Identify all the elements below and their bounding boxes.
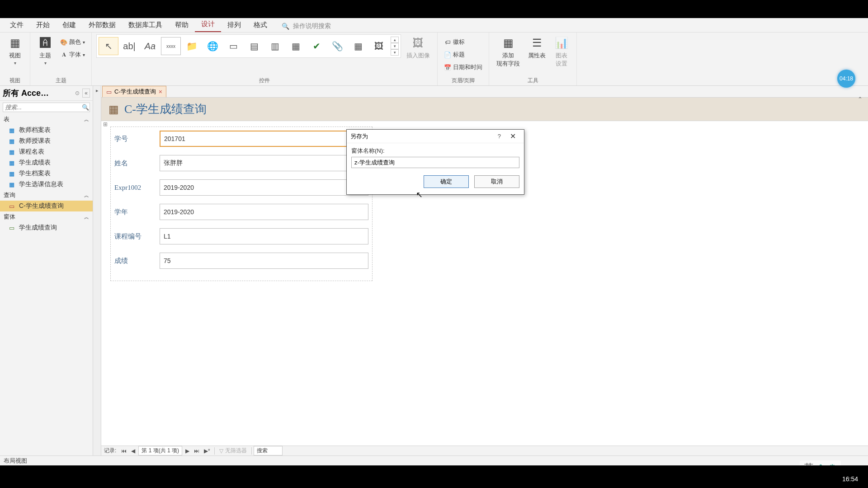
- themes-button[interactable]: 🅰 主题 ▾: [35, 34, 56, 66]
- logo-button[interactable]: 🏷徽标: [442, 37, 484, 47]
- doc-tab[interactable]: ▭ C-学生成绩查询 ×: [102, 86, 166, 97]
- control-subform-icon[interactable]: ▦: [286, 37, 306, 55]
- controls-gallery[interactable]: ↖ ab| Aa xxxx 📁 🌐 ▭ ▤ ▥ ▦ ✔ 📎 ▦ 🖼 ▴: [96, 34, 401, 58]
- field-value[interactable]: 2019-2020: [160, 179, 368, 196]
- no-filter-indicator: ▽无筛选器: [217, 447, 250, 455]
- table-icon: ▦: [8, 181, 15, 188]
- tab-help[interactable]: 帮助: [169, 18, 195, 32]
- control-navigation-icon[interactable]: ▭: [223, 37, 243, 55]
- property-sheet-button[interactable]: ☰ 属性表: [525, 34, 548, 61]
- tab-arrange[interactable]: 排列: [221, 18, 247, 32]
- tab-format[interactable]: 格式: [247, 18, 274, 32]
- gallery-more-icon[interactable]: ▾: [391, 49, 399, 56]
- tab-external[interactable]: 外部数据: [82, 18, 122, 32]
- ok-button[interactable]: 确定: [424, 175, 469, 188]
- nav-table-item[interactable]: ▦学生成绩表: [0, 157, 93, 168]
- field-value[interactable]: 75: [160, 253, 368, 269]
- nav-table-item[interactable]: ▦学生档案表: [0, 168, 93, 179]
- chart-icon: 📊: [554, 35, 569, 51]
- field-value[interactable]: L1: [160, 228, 368, 244]
- control-checkbox-icon[interactable]: ✔: [307, 37, 326, 55]
- title-label-btn: 标题: [453, 51, 465, 59]
- nav-table-item[interactable]: ▦教师授课表: [0, 136, 93, 146]
- nav-title-caret-icon[interactable]: ⊙: [75, 90, 80, 96]
- tab-dbtools[interactable]: 数据库工具: [122, 18, 169, 32]
- field-value[interactable]: 201701: [160, 131, 368, 147]
- gallery-up-icon[interactable]: ▴: [391, 37, 399, 43]
- group-view-label: 视图: [5, 76, 25, 85]
- query-icon: ▭: [8, 202, 15, 210]
- control-image-icon[interactable]: 🖼: [369, 37, 389, 55]
- field-value[interactable]: 2019-2020: [160, 204, 368, 220]
- nav-query-item[interactable]: ▭C-学生成绩查询: [0, 201, 93, 211]
- first-record-button[interactable]: ⏮: [119, 448, 129, 454]
- title-button[interactable]: 📄标题: [442, 50, 484, 60]
- prev-record-button[interactable]: ◀: [129, 448, 137, 454]
- nav-table-item[interactable]: ▦学生选课信息表: [0, 179, 93, 190]
- nav-form-item[interactable]: ▭学生成绩查询: [0, 222, 93, 233]
- control-tab-icon[interactable]: 📁: [182, 37, 202, 55]
- gallery-down-icon[interactable]: ▾: [391, 43, 399, 49]
- nav-title[interactable]: 所有 Acce…: [3, 88, 75, 99]
- image-icon: 🖼: [410, 35, 426, 51]
- control-combo-icon[interactable]: ▤: [244, 37, 264, 55]
- recording-timer-badge: 04:18: [837, 70, 855, 88]
- form-name-input[interactable]: [351, 157, 519, 168]
- form-detail: 学号201701姓名张胖胖Expr10022019-2020学年2019-202…: [110, 127, 373, 281]
- dialog-close-button[interactable]: ✕: [505, 132, 520, 141]
- tab-design[interactable]: 设计: [195, 17, 221, 32]
- last-record-button[interactable]: ⏭: [192, 448, 202, 454]
- section-selector-icon[interactable]: ⊞: [103, 121, 108, 127]
- dropdown-caret-icon: ▾: [83, 40, 85, 45]
- gallery-scroll[interactable]: ▴ ▾ ▾: [391, 37, 399, 56]
- record-search[interactable]: 搜索: [254, 446, 283, 455]
- add-field-button[interactable]: ▦ 添加 现有字段: [494, 34, 523, 69]
- cancel-button[interactable]: 取消: [474, 175, 519, 188]
- tell-me-search[interactable]: 🔍 操作说明搜索: [282, 20, 331, 32]
- control-pointer-icon[interactable]: ↖: [99, 37, 118, 55]
- nav-collapse-button[interactable]: «: [82, 89, 90, 98]
- ribbon-tabs: 文件 开始 创建 外部数据 数据库工具 帮助 设计 排列 格式 🔍 操作说明搜索: [0, 18, 868, 33]
- control-hyperlink-icon[interactable]: 🌐: [203, 37, 222, 55]
- control-textbox-icon[interactable]: ab|: [119, 37, 139, 55]
- datetime-button[interactable]: 📅日期和时间: [442, 62, 484, 72]
- next-record-button[interactable]: ▶: [183, 448, 192, 454]
- colors-button[interactable]: 🎨 颜色 ▾: [58, 37, 87, 47]
- close-tab-button[interactable]: ×: [159, 88, 162, 95]
- tab-home[interactable]: 开始: [30, 18, 56, 32]
- table-icon: ▦: [8, 170, 15, 177]
- tab-create[interactable]: 创建: [56, 18, 82, 32]
- filter-icon: ▽: [219, 448, 223, 454]
- nav-search[interactable]: 🔍: [3, 103, 90, 112]
- form-icon: ▭: [106, 89, 112, 95]
- search-icon: 🔍: [82, 104, 89, 111]
- group-controls: ↖ ab| Aa xxxx 📁 🌐 ▭ ▤ ▥ ▦ ✔ 📎 ▦ 🖼 ▴: [92, 33, 438, 85]
- control-chart-icon[interactable]: ▦: [348, 37, 368, 55]
- control-label-icon[interactable]: Aa: [140, 37, 160, 55]
- status-bar: 布局视图: [0, 455, 868, 465]
- fonts-button[interactable]: 𝐀 字体 ▾: [58, 50, 87, 60]
- dialog-help-button[interactable]: ?: [493, 133, 505, 140]
- view-button-label: 视图: [9, 52, 21, 60]
- nav-group-forms-header[interactable]: 窗体 ︽: [0, 211, 93, 222]
- insert-image-label: 插入图像: [406, 52, 430, 60]
- doc-tab-label: C-学生成绩查询: [114, 88, 156, 96]
- nav-table-item[interactable]: ▦教师档案表: [0, 125, 93, 136]
- field-label: 学号: [114, 135, 153, 143]
- view-button[interactable]: ▦ 视图 ▾: [5, 34, 25, 66]
- tab-file[interactable]: 文件: [4, 18, 30, 32]
- group-tools-label: 工具: [494, 76, 572, 85]
- new-record-button[interactable]: ▶*: [202, 448, 212, 454]
- collapse-ribbon-button[interactable]: ⌃: [858, 96, 863, 103]
- form-header: ▦ C-学生成绩查询: [101, 98, 868, 121]
- control-button-icon[interactable]: xxxx: [161, 37, 181, 55]
- nav-table-item[interactable]: ▦课程名表: [0, 146, 93, 157]
- nav-group-queries-header[interactable]: 查询 ︽: [0, 190, 93, 201]
- nav-search-input[interactable]: [5, 104, 82, 111]
- record-counter[interactable]: 第 1 项(共 1 项): [138, 446, 182, 455]
- field-value[interactable]: 张胖胖: [160, 155, 368, 171]
- shutter-bar[interactable]: ▸: [93, 86, 101, 455]
- control-listbox-icon[interactable]: ▥: [265, 37, 285, 55]
- control-attachment-icon[interactable]: 📎: [327, 37, 347, 55]
- nav-group-tables-header[interactable]: 表 ︽: [0, 114, 93, 125]
